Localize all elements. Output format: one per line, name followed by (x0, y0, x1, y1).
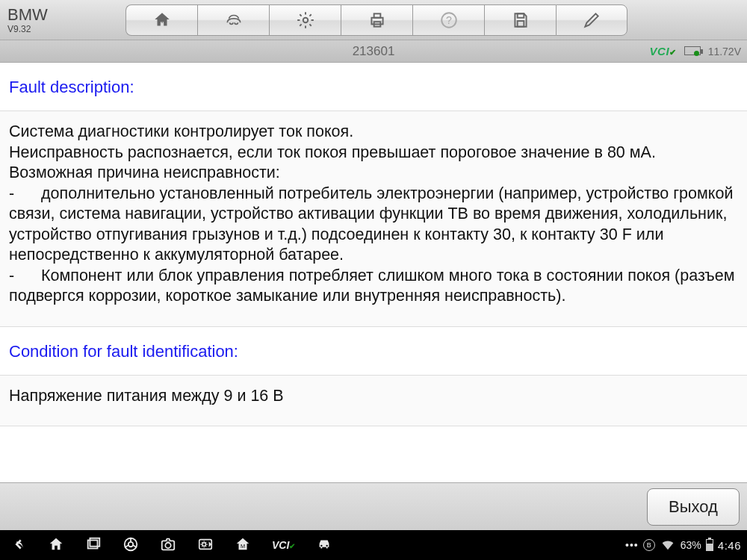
wifi-icon (660, 536, 676, 555)
svg-point-19 (326, 544, 328, 546)
svg-text:M: M (241, 542, 245, 549)
toolbar-buttons: M ? (125, 4, 627, 36)
battery-icon (684, 46, 701, 57)
settings-button[interactable] (269, 4, 341, 36)
back-button[interactable] (10, 536, 27, 555)
app-home-button[interactable]: M (235, 536, 251, 555)
sys-home-icon (48, 536, 64, 553)
condition-header: Condition for fault identification: (0, 327, 747, 376)
help-icon: ? (439, 10, 459, 30)
brightness-icon (197, 536, 214, 553)
app-title-box: BMW V9.32 (4, 7, 124, 34)
fault-description-header: Fault description: (0, 63, 747, 111)
voltage-label: 11.72V (708, 46, 741, 57)
fault-code: 213601 (353, 44, 395, 59)
notification-dots-icon[interactable]: ••• (625, 539, 639, 551)
gear-icon (296, 10, 315, 30)
svg-point-12 (128, 541, 133, 546)
sys-home-button[interactable] (48, 536, 64, 555)
chrome-button[interactable] (123, 536, 139, 555)
chrome-icon (123, 536, 139, 553)
app-title: BMW (7, 7, 124, 23)
edit-button[interactable] (556, 4, 627, 36)
sys-battery-icon (706, 539, 713, 551)
help-button[interactable]: ? (412, 4, 484, 36)
fault-description-body: Система диагностики контролирует ток пок… (0, 111, 747, 327)
content-area[interactable]: Fault description: Система диагностики к… (0, 63, 747, 482)
pencil-icon (582, 10, 601, 30)
svg-rect-7 (517, 13, 524, 17)
camera-button[interactable] (160, 536, 176, 555)
system-bar: M VCI✔ ••• B 63% 4:46 (0, 530, 747, 560)
clock: 4:46 (718, 539, 741, 552)
svg-rect-8 (517, 21, 524, 27)
print-button[interactable] (341, 4, 412, 36)
vci-indicator: VCI✔ (650, 45, 677, 57)
svg-text:M: M (159, 17, 164, 25)
svg-text:?: ? (446, 14, 452, 26)
svg-point-1 (303, 17, 308, 22)
home-icon: M (152, 10, 172, 30)
svg-rect-3 (374, 13, 380, 17)
svg-point-16 (202, 542, 206, 546)
car-icon (316, 536, 332, 553)
app-version: V9.32 (7, 23, 124, 34)
brightness-button[interactable] (197, 536, 214, 555)
footer-bar: Выход (0, 482, 747, 530)
printer-icon (368, 10, 387, 30)
home-button[interactable]: M (125, 4, 197, 36)
top-toolbar: BMW V9.32 M ? (0, 0, 747, 40)
save-button[interactable] (484, 4, 556, 36)
svg-point-18 (320, 544, 322, 546)
recents-button[interactable] (85, 536, 102, 555)
sysbar-right: ••• B 63% 4:46 (625, 536, 741, 555)
sub-bar-right: VCI✔ 11.72V (650, 45, 741, 57)
svg-point-14 (165, 542, 170, 547)
bt-icon: B (643, 539, 655, 551)
exit-label: Выход (669, 497, 718, 517)
camera-icon (160, 536, 176, 553)
back-icon (10, 536, 27, 553)
condition-body: Напряжение питания между 9 и 16 В (0, 376, 747, 427)
sub-bar: 213601 VCI✔ 11.72V (0, 40, 747, 63)
battery-pct: 63% (681, 539, 701, 551)
exit-button[interactable]: Выход (647, 488, 740, 526)
vehicle-icon (224, 10, 244, 30)
recents-icon (85, 536, 102, 553)
save-icon (511, 10, 530, 30)
sys-vci-indicator[interactable]: VCI✔ (272, 539, 295, 551)
vehicle-button[interactable] (197, 4, 269, 36)
car-button[interactable] (316, 536, 332, 555)
app-home-icon: M (235, 536, 251, 553)
